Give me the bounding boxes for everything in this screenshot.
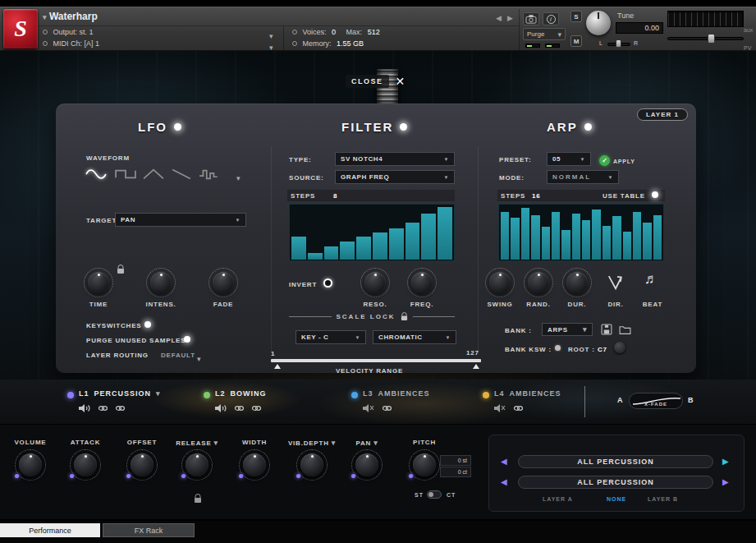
layer-b-label[interactable]: LAYER B — [648, 496, 678, 502]
link-icon[interactable] — [382, 404, 392, 412]
selector-top[interactable]: ALL PERCUSSION — [518, 455, 713, 468]
waveform-dropdown-caret-icon[interactable] — [236, 169, 241, 184]
bank-dropdown[interactable]: ARPS — [542, 323, 593, 336]
filter-steps-value[interactable]: 8 — [333, 192, 337, 200]
arp-step-bar[interactable] — [582, 220, 590, 260]
speaker-muted-icon[interactable] — [494, 403, 506, 413]
selector-bottom-next-icon[interactable]: ▶ — [722, 478, 729, 486]
link-icon[interactable] — [513, 404, 524, 412]
midi-channel-select[interactable]: MIDI Ch: [A] 1 — [43, 39, 99, 48]
layer2-tab[interactable]: L2BOWING — [215, 389, 267, 398]
tab-performance[interactable]: Performance — [0, 523, 100, 537]
arp-steps-value[interactable]: 16 — [532, 192, 541, 200]
layer1-tab[interactable]: L1PERCUSSION — [79, 389, 161, 398]
arp-rand-knob[interactable] — [524, 268, 553, 297]
release-knob[interactable] — [181, 449, 213, 481]
layer-a-label[interactable]: LAYER A — [543, 496, 573, 502]
offset-knob[interactable] — [126, 449, 158, 481]
layer-routing-value[interactable]: DEFAULT — [161, 352, 195, 359]
apply-check-icon[interactable] — [599, 155, 610, 166]
arp-step-bar[interactable] — [501, 212, 509, 260]
arp-dur-knob[interactable] — [562, 268, 592, 297]
instrument-menu-caret-icon[interactable] — [43, 11, 47, 22]
apply-label[interactable]: APPLY — [613, 159, 635, 164]
filter-step-graph[interactable] — [289, 204, 455, 261]
tune-knob[interactable] — [586, 11, 611, 35]
filter-step-bar[interactable] — [308, 253, 323, 260]
pan-knob[interactable] — [351, 449, 383, 481]
link-icon[interactable] — [115, 404, 126, 412]
selector-top-prev-icon[interactable]: ◀ — [501, 458, 507, 466]
filter-step-bar[interactable] — [373, 232, 387, 260]
arp-step-bar[interactable] — [542, 227, 550, 260]
bank-ksw-toggle[interactable] — [555, 345, 561, 351]
selector-bottom[interactable]: ALL PERCUSSION — [518, 476, 713, 489]
scale-key-dropdown[interactable]: KEY - C — [296, 330, 366, 344]
selector-top-next-icon[interactable]: ▶ — [722, 458, 729, 466]
solo-badge[interactable]: S — [570, 11, 582, 22]
attack-knob[interactable] — [70, 449, 101, 481]
link-icon[interactable] — [234, 404, 245, 412]
filter-step-bar[interactable] — [324, 246, 339, 260]
filter-freq-knob[interactable] — [407, 268, 437, 297]
purge-dropdown[interactable]: Purge — [523, 28, 566, 40]
filter-step-bar[interactable] — [405, 223, 420, 260]
filter-step-bar[interactable] — [340, 242, 355, 260]
filter-type-dropdown[interactable]: SV NOTCH4 — [335, 152, 455, 166]
arp-step-bar[interactable] — [511, 218, 519, 260]
mute-badge[interactable]: M — [570, 35, 582, 47]
volume-slider-handle[interactable] — [708, 34, 715, 44]
volume-slider[interactable] — [667, 37, 744, 40]
arp-step-bar[interactable] — [531, 215, 539, 260]
vibdepth-knob[interactable] — [296, 449, 328, 481]
arp-direction-icon[interactable] — [607, 273, 625, 291]
link-icon[interactable] — [98, 404, 108, 412]
filter-power-led[interactable] — [400, 123, 407, 131]
close-button[interactable]: CLOSE — [346, 74, 405, 89]
pan-dropdown-caret-icon[interactable] — [373, 439, 378, 447]
waveform-square-icon[interactable] — [115, 168, 136, 181]
arp-step-bar[interactable] — [603, 226, 611, 260]
arp-power-led[interactable] — [584, 123, 592, 131]
speaker-on-icon[interactable] — [79, 403, 91, 413]
invert-toggle[interactable] — [323, 278, 332, 288]
link-icon[interactable] — [251, 404, 262, 412]
filter-reso-knob[interactable] — [360, 268, 390, 297]
root-knob[interactable] — [614, 342, 625, 353]
release-dropdown-caret-icon[interactable] — [214, 439, 218, 447]
arp-mode-dropdown[interactable]: NORMAL — [547, 170, 619, 184]
velocity-handle-max[interactable] — [473, 364, 479, 369]
arp-preset-dropdown[interactable]: 05 — [547, 152, 591, 166]
lfo-time-lock-icon[interactable] — [117, 265, 125, 274]
snapshot-camera-button[interactable] — [523, 12, 539, 25]
pan-slider-handle[interactable] — [616, 39, 621, 48]
filter-step-bar[interactable] — [389, 228, 404, 260]
scale-type-dropdown[interactable]: CHROMATIC — [373, 330, 456, 344]
arp-step-bar[interactable] — [561, 230, 570, 260]
speaker-on-icon[interactable] — [215, 403, 227, 413]
filter-source-dropdown[interactable]: GRAPH FREQ — [335, 170, 455, 184]
info-button[interactable]: i — [543, 12, 559, 25]
layer4-tab[interactable]: L4AMBIENCES — [494, 389, 561, 398]
pitch-knob[interactable] — [409, 449, 440, 481]
arp-step-bar[interactable] — [633, 212, 641, 260]
speaker-muted-icon[interactable] — [363, 403, 375, 413]
velocity-handle-min[interactable] — [274, 364, 281, 369]
arp-beat-icon[interactable] — [644, 271, 658, 288]
purge-unused-toggle[interactable] — [184, 336, 190, 343]
none-label[interactable]: NONE — [607, 496, 626, 502]
layer1-caret-icon[interactable] — [156, 389, 161, 398]
scale-lock-icon[interactable] — [401, 312, 408, 321]
arp-step-bar[interactable] — [643, 223, 651, 260]
arp-step-bar[interactable] — [521, 208, 529, 260]
arp-step-bar[interactable] — [653, 215, 662, 260]
arp-step-bar[interactable] — [552, 212, 560, 260]
arp-step-bar[interactable] — [592, 209, 600, 260]
keyswitches-toggle[interactable] — [144, 321, 151, 328]
next-instrument-icon[interactable]: ▶ — [507, 14, 513, 22]
lfo-fade-knob[interactable] — [208, 268, 238, 297]
filter-step-bar[interactable] — [356, 237, 371, 260]
lfo-power-led[interactable] — [174, 123, 181, 131]
release-lock-icon[interactable] — [194, 494, 202, 504]
save-bank-icon[interactable] — [601, 324, 612, 335]
